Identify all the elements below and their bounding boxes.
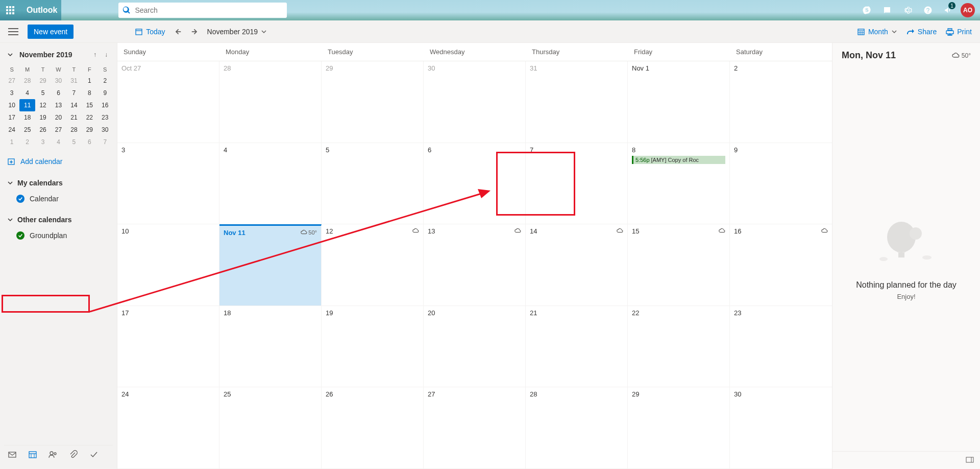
mini-day-cell[interactable]: 2 [19, 136, 35, 148]
search-input[interactable] [135, 6, 283, 14]
todo-nav-button[interactable] [89, 450, 99, 460]
mini-day-cell[interactable]: 25 [19, 124, 35, 136]
weather-badge[interactable] [616, 227, 623, 235]
calendar-day-cell[interactable]: Oct 27 [117, 61, 219, 143]
weather-badge[interactable]: 50° [300, 229, 317, 236]
calendar-day-cell[interactable]: 10 [117, 224, 219, 306]
calendar-day-cell[interactable]: 4 [219, 143, 322, 224]
calendar-item-groundplan[interactable]: Groundplan [4, 228, 113, 243]
calendar-nav-button[interactable] [28, 450, 38, 460]
mini-day-cell[interactable]: 18 [19, 111, 35, 124]
mini-day-cell[interactable]: 10 [4, 99, 19, 111]
mini-day-cell[interactable]: 13 [51, 99, 66, 111]
weather-badge[interactable] [718, 227, 725, 235]
prev-arrow-button[interactable] [175, 28, 182, 35]
mini-day-cell[interactable]: 27 [51, 124, 66, 136]
calendar-day-cell[interactable]: 31 [526, 61, 628, 143]
hamburger-button[interactable] [8, 27, 18, 37]
mini-day-cell[interactable]: 28 [19, 75, 35, 87]
calendar-day-cell[interactable]: 16 [730, 224, 832, 306]
mini-day-cell[interactable]: 3 [35, 136, 51, 148]
calendar-day-cell[interactable]: 27 [424, 387, 526, 468]
mini-cal-title[interactable]: November 2019 [19, 51, 87, 59]
mini-day-cell[interactable]: 9 [97, 87, 113, 99]
calendar-day-cell[interactable]: Nov 1 [628, 61, 730, 143]
mini-day-cell[interactable]: 30 [51, 75, 66, 87]
mini-day-cell[interactable]: 7 [66, 87, 82, 99]
people-nav-button[interactable] [48, 450, 58, 460]
weather-badge[interactable] [412, 227, 419, 235]
calendar-day-cell[interactable]: 29 [322, 61, 424, 143]
calendar-day-cell[interactable]: 28 [526, 387, 628, 468]
mini-day-cell[interactable]: 12 [35, 99, 51, 111]
calendar-day-cell[interactable]: 3 [117, 143, 219, 224]
calendar-day-cell[interactable]: 6 [424, 143, 526, 224]
avatar[interactable]: AO [961, 3, 975, 17]
mini-day-cell[interactable]: 2 [97, 75, 113, 87]
calendar-day-cell[interactable]: 21 [526, 306, 628, 387]
weather-badge[interactable] [514, 227, 521, 235]
today-button[interactable]: Today [135, 28, 165, 36]
calendar-day-cell[interactable]: 25 [219, 387, 322, 468]
calendar-day-cell[interactable]: 13 [424, 224, 526, 306]
mini-day-cell[interactable]: 19 [35, 111, 51, 124]
calendar-day-cell[interactable]: 12 [322, 224, 424, 306]
next-arrow-button[interactable] [191, 28, 198, 35]
mini-day-cell[interactable]: 6 [82, 136, 97, 148]
calendar-day-cell[interactable]: 7 [526, 143, 628, 224]
right-panel-weather[interactable]: 50° [951, 52, 971, 60]
mini-day-cell[interactable]: 14 [66, 99, 82, 111]
calendar-day-cell[interactable]: 14 [526, 224, 628, 306]
mini-day-cell[interactable]: 5 [66, 136, 82, 148]
calendar-day-cell[interactable]: 29 [628, 387, 730, 468]
mini-day-cell[interactable]: 28 [66, 124, 82, 136]
mail-nav-button[interactable] [7, 450, 17, 460]
calendar-day-cell[interactable]: 18 [219, 306, 322, 387]
mini-day-cell[interactable]: 3 [4, 87, 19, 99]
calendar-day-cell[interactable]: Nov 1150° [219, 224, 322, 306]
calendar-day-cell[interactable]: 22 [628, 306, 730, 387]
mini-day-cell[interactable]: 29 [35, 75, 51, 87]
mini-day-cell[interactable]: 4 [51, 136, 66, 148]
app-launcher-button[interactable] [0, 0, 20, 20]
calendar-day-cell[interactable]: 30 [424, 61, 526, 143]
calendar-day-cell[interactable]: 5 [322, 143, 424, 224]
mini-prev-button[interactable]: ↑ [91, 50, 99, 59]
my-calendars-section[interactable]: My calendars [4, 175, 113, 191]
mini-day-cell[interactable]: 8 [82, 87, 97, 99]
mini-day-cell[interactable]: 22 [82, 111, 97, 124]
search-box[interactable] [118, 3, 287, 18]
calendar-day-cell[interactable]: 15 [628, 224, 730, 306]
new-event-button[interactable]: New event [28, 25, 74, 39]
calendar-day-cell[interactable]: 28 [219, 61, 322, 143]
mini-day-cell[interactable]: 5 [35, 87, 51, 99]
calendar-item-default[interactable]: Calendar [4, 191, 113, 206]
mini-day-cell[interactable]: 17 [4, 111, 19, 124]
calendar-day-cell[interactable]: 30 [730, 387, 832, 468]
mini-day-cell[interactable]: 15 [82, 99, 97, 111]
calendar-day-cell[interactable]: 9 [730, 143, 832, 224]
expand-panel-button[interactable] [966, 456, 974, 465]
mini-day-cell[interactable]: 23 [97, 111, 113, 124]
skype-button[interactable] [856, 0, 877, 20]
mini-next-button[interactable]: ↓ [103, 50, 110, 59]
settings-button[interactable] [897, 0, 918, 20]
event-chip[interactable]: 5:56p[AMY] Copy of Roc [632, 156, 725, 164]
add-calendar-button[interactable]: Add calendar [4, 153, 113, 170]
print-button[interactable]: Print [946, 28, 972, 36]
mini-day-cell[interactable]: 20 [51, 111, 66, 124]
megaphone-button[interactable]: 1 [938, 0, 959, 20]
mini-day-cell[interactable]: 21 [66, 111, 82, 124]
mini-day-cell[interactable]: 29 [82, 124, 97, 136]
mini-day-cell[interactable]: 7 [97, 136, 113, 148]
other-calendars-section[interactable]: Other calendars [4, 212, 113, 228]
calendar-day-cell[interactable]: 20 [424, 306, 526, 387]
view-picker[interactable]: Month [857, 28, 897, 36]
calendar-day-cell[interactable]: 26 [322, 387, 424, 468]
mini-day-cell[interactable]: 31 [66, 75, 82, 87]
mini-day-cell[interactable]: 16 [97, 99, 113, 111]
mini-day-cell[interactable]: 1 [82, 75, 97, 87]
mini-day-cell[interactable]: 27 [4, 75, 19, 87]
calendar-day-cell[interactable]: 23 [730, 306, 832, 387]
share-button[interactable]: Share [906, 28, 937, 36]
